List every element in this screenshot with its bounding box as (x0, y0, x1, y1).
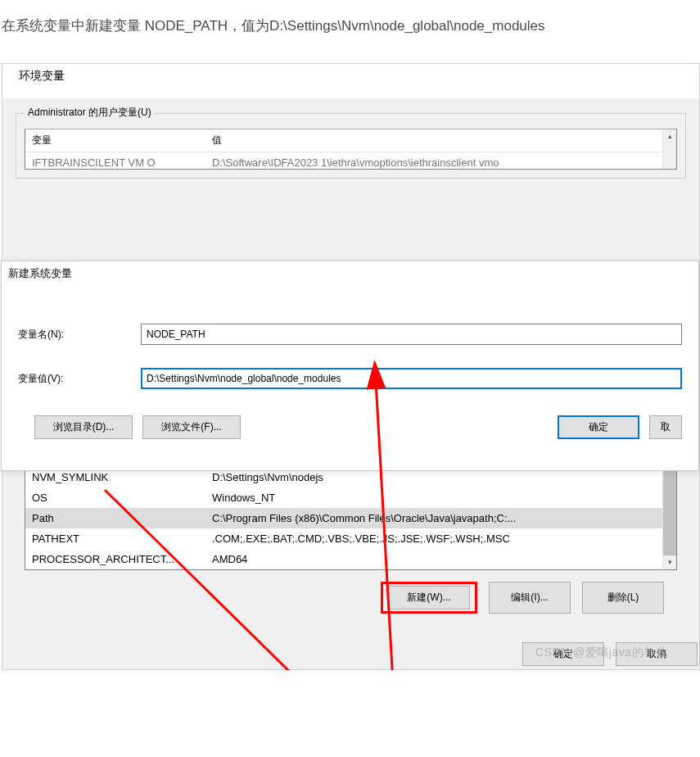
variable-name-label: 变量名(N): (18, 328, 141, 342)
dialog-title: 环境变量 (2, 64, 699, 98)
scrollbar[interactable]: ▴ (662, 129, 676, 169)
new-button[interactable]: 新建(W)... (388, 586, 470, 610)
cell-value: .COM;.EXE;.BAT;.CMD;.VBS;.VBE;.JS;.JSE;.… (205, 532, 676, 546)
table-row[interactable]: PROCESSOR_ARCHITECT...AMD64 (25, 549, 676, 569)
cell-variable: NVM_SYMLINK (25, 470, 205, 484)
edit-button[interactable]: 编辑(I)... (489, 582, 571, 614)
column-variable[interactable]: 变量 (25, 129, 205, 152)
cell-value: AMD64 (205, 552, 676, 566)
column-value[interactable]: 值 (205, 129, 676, 152)
scroll-down-icon[interactable]: ▾ (663, 555, 676, 569)
watermark: CSDN @爱喝java的羊儿 (535, 646, 667, 660)
cell-value: D:\Software\IDFA2023 1\iethra\vmoptions\… (205, 156, 676, 170)
cell-value: D:\Settings\Nvm\nodejs (205, 470, 676, 484)
user-variables-group: Administrator 的用户变量(U) 变量 值 IFTBRAINSCIL… (16, 113, 686, 179)
browse-file-button[interactable]: 浏览文件(F)... (142, 415, 241, 439)
cell-variable: PATHEXT (25, 532, 205, 546)
cell-variable: Path (25, 511, 205, 525)
instruction-text: 在系统变量中新建变量 NODE_PATH，值为D:\Settings\Nvm\n… (0, 0, 700, 39)
table-row[interactable]: OSWindows_NT (25, 487, 676, 508)
user-variables-label: Administrator 的用户变量(U) (25, 106, 155, 120)
table-row[interactable]: IFTBRAINSCILENT VM O D:\Software\IDFA202… (25, 152, 676, 170)
table-row[interactable]: PathC:\Program Files (x86)\Common Files\… (25, 508, 676, 528)
table-body: IFTBRAINSCILENT VM O D:\Software\IDFA202… (25, 152, 676, 170)
scroll-up-icon[interactable]: ▴ (663, 129, 676, 143)
table-row[interactable]: PATHEXT.COM;.EXE;.BAT;.CMD;.VBS;.VBE;.JS… (25, 528, 676, 549)
cancel-button[interactable]: 取 (649, 415, 682, 439)
delete-button[interactable]: 删除(L) (582, 582, 664, 614)
new-system-variable-dialog: 新建系统变量 变量名(N): 变量值(V): 浏览目录(D)... 浏览文件(F… (1, 261, 699, 471)
user-variables-table[interactable]: 变量 值 IFTBRAINSCILENT VM O D:\Software\ID… (25, 129, 677, 170)
scroll-thumb[interactable] (663, 465, 676, 555)
variable-value-input[interactable] (141, 368, 682, 389)
cell-variable: IFTBRAINSCILENT VM O (25, 156, 205, 170)
ok-button[interactable]: 确定 (558, 415, 639, 439)
browse-directory-button[interactable]: 浏览目录(D)... (34, 415, 133, 439)
env-variables-dialog: 环境变量 Administrator 的用户变量(U) 变量 值 IFTBRAI… (2, 63, 700, 670)
cell-variable: PROCESSOR_ARCHITECT... (25, 552, 205, 566)
cell-value: Windows_NT (205, 491, 676, 505)
cell-value: C:\Program Files (x86)\Common Files\Orac… (205, 511, 676, 525)
table-header: 变量 值 (25, 129, 676, 152)
new-var-dialog-title: 新建系统变量 (2, 261, 698, 286)
variable-name-input[interactable] (141, 324, 682, 345)
variable-value-label: 变量值(V): (18, 372, 141, 386)
cell-variable: OS (25, 491, 205, 505)
